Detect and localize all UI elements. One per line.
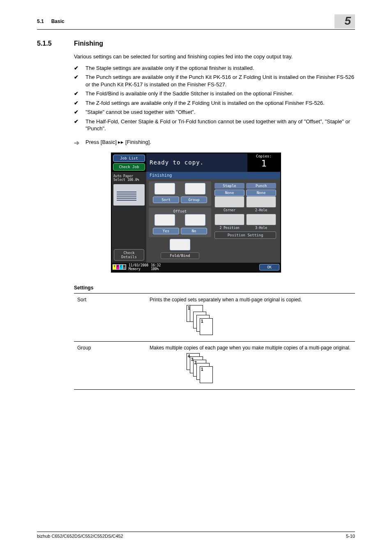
sort-icon xyxy=(154,183,175,194)
checkmark-icon: ✔ xyxy=(74,99,85,107)
bullet-text: The Staple settings are available only i… xyxy=(85,65,254,72)
checkmark-icon: ✔ xyxy=(74,74,85,88)
preview-thumbnail xyxy=(113,184,145,206)
setting-name: Group xyxy=(74,341,146,389)
header-chapter-number: 5 xyxy=(334,14,355,28)
group-icon xyxy=(185,183,205,194)
offset-no-icon xyxy=(185,214,205,226)
header-section-name: Basic xyxy=(51,18,335,24)
punch-3hole-icon[interactable] xyxy=(246,214,276,225)
settings-table: Sort Prints the copied sets separately w… xyxy=(74,293,355,390)
bullet-text: "Staple" cannot be used together with "O… xyxy=(85,109,196,116)
page-header: 5.1 Basic 5 xyxy=(37,14,355,30)
staple-corner-label: Corner xyxy=(214,208,244,212)
punch-none-button[interactable]: None xyxy=(246,190,276,196)
status-text: Ready to copy. xyxy=(146,153,247,172)
offset-no-button[interactable]: No xyxy=(181,228,207,234)
time-text: 16:32 xyxy=(151,264,161,267)
table-row: Sort Prints the copied sets separately w… xyxy=(74,293,355,341)
step-text: Press [Basic] ▸▸ [Finishing]. xyxy=(85,139,151,147)
checkmark-icon: ✔ xyxy=(74,118,85,132)
ok-button[interactable]: OK xyxy=(259,264,279,271)
group-button[interactable]: Group xyxy=(181,197,207,203)
date-text: 11/03/2008 xyxy=(129,264,148,267)
header-section-number: 5.1 xyxy=(37,18,44,24)
section-heading-title: Finishing xyxy=(74,40,103,47)
checkmark-icon: ✔ xyxy=(74,109,85,116)
punch-2hole-label: 2-Hole xyxy=(246,208,276,212)
bullet-list: ✔The Staple settings are available only … xyxy=(74,65,355,132)
group-diagram: 4 3 2 1 xyxy=(187,353,352,386)
page-footer: bizhub C652/C652DS/C552/C552DS/C452 5-10 xyxy=(37,532,355,539)
check-details-button[interactable]: Check Details xyxy=(114,249,144,261)
section-heading-number: 5.1.5 xyxy=(37,40,74,47)
footer-model: bizhub C652/C652DS/C552/C552DS/C452 xyxy=(37,534,123,539)
position-setting-button[interactable]: Position Setting xyxy=(214,231,276,239)
copies-count: 1 xyxy=(247,158,280,169)
check-job-button[interactable]: Check Job xyxy=(113,163,145,171)
finishing-tab[interactable]: Finishing xyxy=(146,172,280,179)
bullet-text: The Punch settings are available only if… xyxy=(85,74,355,88)
punch-header: Punch xyxy=(246,183,276,189)
auto-paper-label: Auto Paper Select 100.0% xyxy=(113,174,145,182)
copies-label: Copies: xyxy=(247,154,280,158)
footer-page: 5-10 xyxy=(346,534,355,539)
staple-2pos-icon[interactable] xyxy=(214,214,244,225)
punch-3hole-label: 3-Hole xyxy=(246,226,276,230)
checkmark-icon: ✔ xyxy=(74,90,85,97)
staple-none-button[interactable]: None xyxy=(214,190,244,196)
memory-pct: 100% xyxy=(151,267,161,271)
checkmark-icon: ✔ xyxy=(74,65,85,72)
bullet-text: The Half-Fold, Center Staple & Fold or T… xyxy=(85,118,355,132)
fold-bind-button[interactable]: Fold/Bind xyxy=(161,252,199,259)
offset-yes-button[interactable]: Yes xyxy=(153,228,179,234)
bullet-text: The Z-fold settings are available only i… xyxy=(85,99,325,107)
setting-desc: Makes multiple copies of each page when … xyxy=(150,345,350,351)
printer-panel-screenshot: Job List Check Job Ready to copy. Copies… xyxy=(111,153,281,273)
memory-text: Memory xyxy=(129,267,148,271)
job-list-button[interactable]: Job List xyxy=(113,155,145,162)
staple-2pos-label: 2 Position xyxy=(214,226,244,230)
fold-bind-icon xyxy=(170,239,190,250)
section-heading: 5.1.5 Finishing xyxy=(37,40,355,47)
toner-status: YMCK xyxy=(113,264,126,270)
staple-corner-icon[interactable] xyxy=(214,196,244,208)
offset-yes-icon xyxy=(154,214,175,226)
setting-name: Sort xyxy=(74,293,146,341)
sort-button[interactable]: Sort xyxy=(153,197,179,203)
punch-2hole-icon[interactable] xyxy=(246,196,276,208)
bullet-text: The Fold/Bind is available only if the S… xyxy=(85,90,293,97)
offset-label: Offset xyxy=(150,209,210,213)
staple-header: Staple xyxy=(214,183,244,189)
intro-paragraph: Various settings can be selected for sor… xyxy=(74,53,355,60)
settings-title: Settings xyxy=(74,285,355,291)
table-row: Group Makes multiple copies of each page… xyxy=(74,341,355,389)
setting-desc: Prints the copied sets separately when a… xyxy=(150,297,302,303)
step-row: ➔ Press [Basic] ▸▸ [Finishing]. xyxy=(74,139,355,147)
arrow-right-icon: ➔ xyxy=(74,139,85,147)
sort-diagram: 1 1 xyxy=(187,305,352,338)
